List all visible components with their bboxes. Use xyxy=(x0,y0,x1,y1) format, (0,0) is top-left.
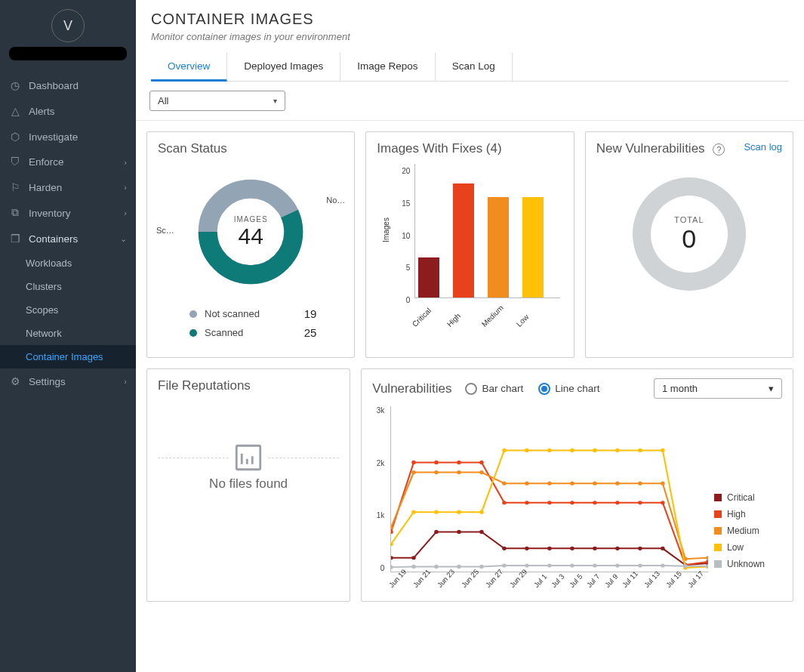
vuln-title: Vulnerabilities xyxy=(372,381,451,396)
svg-point-32 xyxy=(638,501,642,504)
legend-item-unknown[interactable]: Unknown xyxy=(714,556,782,572)
nav-icon: ⬡ xyxy=(9,131,21,143)
donut-center-label: IMAGES xyxy=(234,215,268,223)
nav-icon: ⛉ xyxy=(9,156,21,168)
nav: ◷Dashboard△Alerts⬡Investigate⛉Enforce›⚐H… xyxy=(0,72,136,394)
file-rep-empty: No files found xyxy=(158,401,339,492)
scan-log-link[interactable]: Scan log xyxy=(744,141,782,153)
legend-square-icon xyxy=(714,494,722,501)
legend-square-icon xyxy=(714,510,722,518)
svg-point-79 xyxy=(683,564,688,568)
nav-icon: ❒ xyxy=(9,233,21,245)
legend-square-icon xyxy=(714,527,722,535)
svg-point-71 xyxy=(502,563,507,567)
sidebar-item-settings[interactable]: ⚙Settings› xyxy=(0,368,136,394)
images-fixes-chart: Images 20151050 CriticalHighMediumLow xyxy=(398,164,562,315)
svg-point-50 xyxy=(706,556,708,559)
tab-image-repos[interactable]: Image Repos xyxy=(340,53,435,81)
legend-item-critical[interactable]: Critical xyxy=(714,489,782,506)
images-fixes-title: Images With Fixes (4) xyxy=(377,141,562,156)
sidebar-item-alerts[interactable]: △Alerts xyxy=(0,98,136,124)
bar-plot xyxy=(414,164,559,298)
radio-line-chart[interactable]: Line chart xyxy=(538,383,599,395)
filter-select[interactable]: All ▾ xyxy=(149,91,285,111)
bar-low[interactable] xyxy=(522,197,544,298)
svg-point-67 xyxy=(411,565,416,569)
svg-point-42 xyxy=(525,482,529,486)
svg-point-45 xyxy=(593,482,597,486)
sidebar-item-enforce[interactable]: ⛉Enforce› xyxy=(0,150,136,174)
bar-ylabel: Images xyxy=(382,217,390,242)
scan-legend: Not scanned19Scanned25 xyxy=(158,304,343,342)
chevron-down-icon: ▾ xyxy=(273,97,277,105)
svg-point-40 xyxy=(479,470,484,474)
linechart-xlabel: Jul 1 xyxy=(532,572,549,589)
barchart-icon xyxy=(229,439,267,476)
chevron-icon: › xyxy=(124,208,127,217)
svg-point-26 xyxy=(502,501,507,504)
svg-point-29 xyxy=(570,501,575,504)
avatar[interactable]: V xyxy=(51,9,85,42)
svg-point-48 xyxy=(661,482,665,486)
tab-deployed-images[interactable]: Deployed Images xyxy=(227,53,340,81)
bar-critical[interactable] xyxy=(418,257,439,297)
sidebar-subitem-workloads[interactable]: Workloads xyxy=(0,251,136,275)
svg-point-66 xyxy=(391,566,393,569)
linechart-xlabel: Jul 3 xyxy=(550,572,566,589)
tabs: OverviewDeployed ImagesImage ReposScan L… xyxy=(151,53,789,82)
svg-point-57 xyxy=(525,449,529,452)
help-icon[interactable]: ? xyxy=(713,143,725,156)
linechart-xaxis: Jun 19Jun 21Jun 23Jun 25Jun 27Jun 29Jul … xyxy=(390,582,708,590)
sidebar-item-harden[interactable]: ⚐Harden› xyxy=(0,174,136,200)
bar-medium[interactable] xyxy=(488,197,509,298)
sidebar-item-inventory[interactable]: ⧉Inventory› xyxy=(0,200,136,226)
bar-high[interactable] xyxy=(453,183,474,297)
svg-point-56 xyxy=(502,449,507,452)
svg-rect-2 xyxy=(236,445,260,470)
legend-row: Scanned25 xyxy=(189,323,343,342)
svg-point-21 xyxy=(391,530,393,534)
donut-left-label: Sc… xyxy=(156,226,174,235)
svg-point-59 xyxy=(570,449,575,452)
svg-point-28 xyxy=(547,501,552,504)
svg-point-63 xyxy=(661,449,665,452)
linechart-legend: CriticalHighMediumLowUnknown xyxy=(714,406,782,587)
legend-item-high[interactable]: High xyxy=(714,506,782,522)
svg-point-75 xyxy=(593,563,597,567)
bar-xlabel: Low xyxy=(515,307,536,328)
sidebar-subitem-clusters[interactable]: Clusters xyxy=(0,275,136,298)
svg-point-27 xyxy=(525,501,529,504)
svg-point-16 xyxy=(615,547,620,550)
sidebar-item-investigate[interactable]: ⬡Investigate xyxy=(0,124,136,150)
svg-point-11 xyxy=(502,547,507,550)
radio-bar-chart[interactable]: Bar chart xyxy=(465,383,523,395)
svg-point-7 xyxy=(411,556,416,559)
svg-point-31 xyxy=(615,501,620,504)
svg-point-14 xyxy=(570,547,575,550)
svg-point-24 xyxy=(457,461,461,464)
sidebar-item-containers[interactable]: ❒Containers⌄ xyxy=(0,226,136,251)
sidebar-item-dashboard[interactable]: ◷Dashboard xyxy=(0,72,136,98)
svg-point-52 xyxy=(411,510,416,514)
svg-point-77 xyxy=(638,563,642,567)
bar-xaxis: CriticalHighMediumLow xyxy=(414,313,559,321)
sidebar-subitem-scopes[interactable]: Scopes xyxy=(0,298,136,322)
sidebar-subitem-container-images[interactable]: Container Images xyxy=(0,345,136,368)
linechart-xlabel: Jul 9 xyxy=(603,572,620,589)
legend-item-low[interactable]: Low xyxy=(714,539,782,556)
bar-xlabel: Critical xyxy=(411,307,432,328)
tab-overview[interactable]: Overview xyxy=(151,53,227,82)
scan-status-donut: IMAGES 44 Sc… No… xyxy=(158,164,343,300)
file-rep-card: File Reputations No files found xyxy=(146,368,350,602)
legend-item-medium[interactable]: Medium xyxy=(714,522,782,539)
header: CONTAINER IMAGES Monitor container image… xyxy=(136,0,804,82)
linechart-yaxis: 3k2k1k0 xyxy=(368,406,384,572)
chevron-icon: › xyxy=(124,158,127,167)
page-title: CONTAINER IMAGES xyxy=(151,11,789,28)
sidebar-subitem-network[interactable]: Network xyxy=(0,322,136,345)
svg-point-70 xyxy=(479,565,484,569)
range-select[interactable]: 1 month ▾ xyxy=(654,378,782,399)
svg-point-53 xyxy=(434,510,439,514)
bar-xlabel: Medium xyxy=(480,307,501,328)
tab-scan-log[interactable]: Scan Log xyxy=(436,53,513,81)
